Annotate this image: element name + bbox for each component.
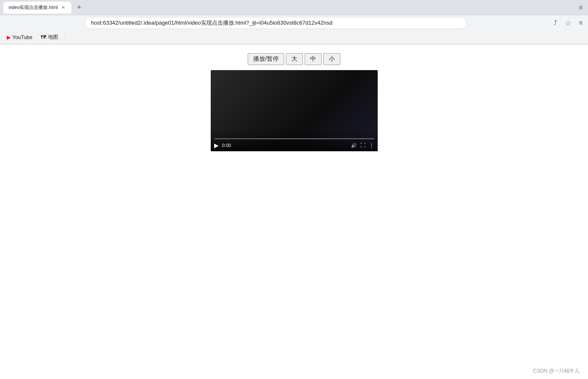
video-more-icon[interactable]: ⋮	[369, 142, 374, 149]
youtube-favicon: ▶	[7, 34, 11, 40]
share-icon[interactable]: ⤴	[551, 19, 559, 27]
bookmark-maps-label: 地图	[48, 34, 58, 41]
bookmark-star-icon[interactable]: ☆	[564, 19, 572, 27]
video-time-display: 0:00	[222, 143, 231, 148]
bookmarks-bar: ▶ YouTube 🗺 地图	[0, 31, 588, 44]
page-content: 播放/暂停 大 中 小 ▶ 0:00 🔊 ⛶ ⋮	[0, 45, 588, 376]
browser-menu-icon[interactable]: ≡	[577, 4, 585, 11]
tab-label: video实现点击播放.html	[8, 4, 58, 11]
browser-toolbar-icons: ⤴ ☆ ≡	[551, 19, 585, 27]
tab-right-icons: ≡	[577, 4, 585, 11]
bookmark-youtube[interactable]: ▶ YouTube	[3, 33, 36, 42]
maps-favicon: 🗺	[41, 34, 46, 40]
bookmark-youtube-label: YouTube	[12, 34, 32, 40]
tab-close-button[interactable]: ✕	[60, 5, 66, 11]
tabs-row: video实现点击播放.html ✕ + ≡	[0, 0, 588, 15]
size-small-button[interactable]: 小	[323, 53, 340, 65]
new-tab-button[interactable]: +	[73, 2, 85, 14]
size-medium-button[interactable]: 中	[305, 53, 322, 65]
video-controls-overlay: ▶ 0:00 🔊 ⛶ ⋮	[211, 130, 378, 151]
video-play-icon[interactable]: ▶	[214, 142, 219, 149]
video-player[interactable]: ▶ 0:00 🔊 ⛶ ⋮	[211, 70, 378, 151]
address-bar-wrapper: host:63342/untitled2/.idea/page01/html/v…	[3, 17, 548, 29]
video-bottom-controls: ▶ 0:00 🔊 ⛶ ⋮	[214, 142, 374, 149]
video-volume-icon[interactable]: 🔊	[351, 143, 357, 148]
address-bar-row: host:63342/untitled2/.idea/page01/html/v…	[0, 15, 588, 31]
browser-settings-icon[interactable]: ≡	[577, 19, 585, 27]
address-bar[interactable]: host:63342/untitled2/.idea/page01/html/v…	[85, 17, 467, 29]
page-footer: CSDN @一只蜗牛儿	[533, 368, 580, 375]
footer-text: CSDN @一只蜗牛儿	[533, 368, 580, 374]
video-container: ▶ 0:00 🔊 ⛶ ⋮	[8, 70, 580, 151]
bookmarks-divider	[65, 33, 65, 42]
video-progress-bar[interactable]	[214, 138, 374, 139]
video-fullscreen-icon[interactable]: ⛶	[360, 142, 365, 148]
active-tab[interactable]: video实现点击播放.html ✕	[3, 2, 71, 14]
play-pause-button[interactable]: 播放/暂停	[248, 53, 284, 65]
bookmark-maps[interactable]: 🗺 地图	[37, 32, 62, 42]
size-large-button[interactable]: 大	[286, 53, 303, 65]
controls-row: 播放/暂停 大 中 小	[8, 53, 580, 65]
browser-chrome: video实现点击播放.html ✕ + ≡ host:63342/untitl…	[0, 0, 588, 45]
address-bar-text: host:63342/untitled2/.idea/page01/html/v…	[91, 19, 332, 27]
